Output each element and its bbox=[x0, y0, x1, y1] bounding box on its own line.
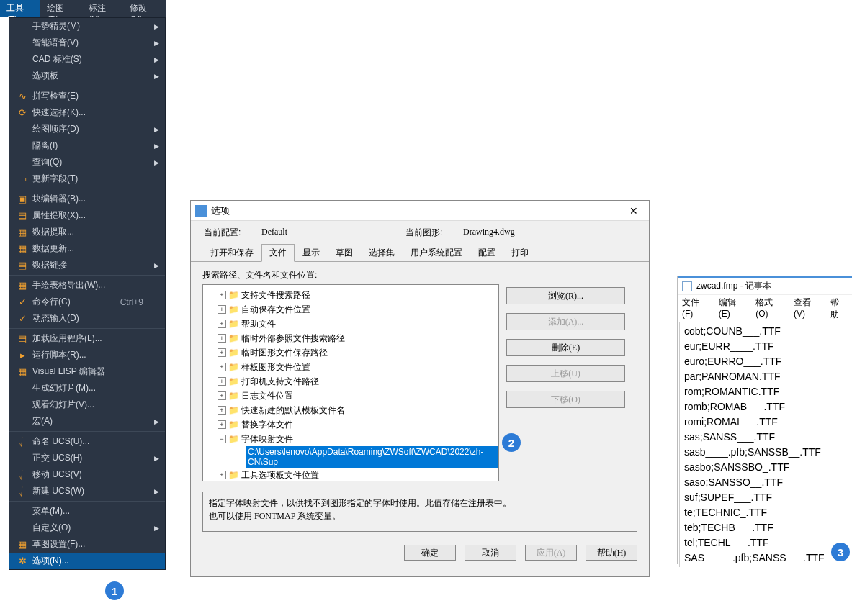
tree-node[interactable]: +📁临时图形文件保存路径 bbox=[203, 345, 498, 360]
menu-item-label: 隔离(I) bbox=[30, 140, 143, 152]
menu-item[interactable]: ✓ 命令行(C) Ctrl+9 bbox=[9, 294, 165, 310]
tree-node[interactable]: −📁字体映射文件 bbox=[203, 432, 498, 446]
section-label: 搜索路径、文件名和文件位置: bbox=[191, 262, 649, 284]
notepad-menu-item[interactable]: 帮助 bbox=[830, 296, 848, 321]
tab-item[interactable]: 文件 bbox=[261, 244, 295, 262]
menu-item[interactable]: ⎷ 新建 UCS(W) ▶ bbox=[9, 483, 165, 499]
tab-item[interactable]: 草图 bbox=[328, 244, 361, 262]
expand-icon[interactable]: + bbox=[218, 320, 226, 328]
menu-item[interactable]: ▦ 草图设置(F)... bbox=[9, 536, 165, 553]
expand-icon[interactable]: + bbox=[218, 348, 226, 357]
expand-icon[interactable]: + bbox=[218, 377, 226, 386]
notepad-window: zwcad.fmp - 记事本 文件(F)编辑(E)格式(O)查看(V)帮助 c… bbox=[677, 276, 852, 564]
expand-icon[interactable]: + bbox=[218, 291, 226, 299]
tree-selected-path[interactable]: C:\Users\lenovo\AppData\Roaming\ZWSoft\Z… bbox=[246, 446, 498, 468]
tab-item[interactable]: 打开和保存 bbox=[202, 244, 261, 262]
tree-node-label: 临时图形文件保存路径 bbox=[241, 347, 328, 359]
expand-icon[interactable]: + bbox=[218, 406, 226, 415]
menu-item-label: 数据链接 bbox=[30, 259, 143, 271]
menu-item[interactable]: ∿ 拼写检查(E) bbox=[9, 88, 165, 104]
folder-icon: 📁 bbox=[228, 434, 239, 444]
notepad-menu-item[interactable]: 格式(O) bbox=[755, 296, 785, 321]
menu-item[interactable]: 手势精灵(M) ▶ bbox=[9, 18, 165, 35]
tab-item[interactable]: 用户系统配置 bbox=[403, 244, 470, 262]
tree-node[interactable]: +📁帮助文件 bbox=[203, 317, 498, 331]
menu-item[interactable]: ▦ 数据提取... bbox=[9, 224, 165, 240]
tree-node[interactable]: +📁日志文件位置 bbox=[203, 389, 498, 403]
menu-item[interactable]: ⟳ 快速选择(K)... bbox=[9, 104, 165, 121]
menu-item[interactable]: 观看幻灯片(V)... bbox=[9, 397, 165, 413]
expand-icon[interactable]: − bbox=[218, 435, 226, 443]
menu-item-icon: ▦ bbox=[15, 539, 30, 550]
menu-item[interactable]: 隔离(I) ▶ bbox=[9, 137, 165, 154]
menu-item[interactable]: ▤ 加载应用程序(L)... bbox=[9, 330, 165, 347]
menu-item[interactable]: 生成幻灯片(M)... bbox=[9, 380, 165, 397]
menu-item[interactable]: 选项板 ▶ bbox=[9, 68, 165, 84]
notepad-menu-item[interactable]: 文件(F) bbox=[682, 296, 710, 321]
notepad-menu-item[interactable]: 查看(V) bbox=[794, 296, 822, 321]
tree-node[interactable]: +📁支持文件搜索路径 bbox=[203, 288, 498, 302]
tree-node[interactable]: +📁快速新建的默认模板文件名 bbox=[203, 403, 498, 417]
file-paths-tree[interactable]: +📁支持文件搜索路径+📁自动保存文件位置+📁帮助文件+📁临时外部参照文件搜索路径… bbox=[202, 284, 499, 481]
ok-button[interactable]: 确定 bbox=[404, 545, 456, 561]
menu-item-label: 绘图顺序(D) bbox=[30, 123, 143, 135]
tree-node[interactable]: +📁打印机支持文件路径 bbox=[203, 374, 498, 389]
tree-node[interactable]: +📁样板图形文件位置 bbox=[203, 360, 498, 374]
delete-button[interactable]: 删除(E) bbox=[506, 339, 625, 356]
help-button[interactable]: 帮助(H) bbox=[586, 545, 637, 561]
menu-draw[interactable]: 绘图(D) bbox=[40, 0, 82, 17]
expand-icon[interactable]: + bbox=[218, 391, 226, 400]
menu-item[interactable]: ⎷ 命名 UCS(U)... bbox=[9, 433, 165, 450]
tab-item[interactable]: 选择集 bbox=[361, 244, 403, 262]
menu-item[interactable]: CAD 标准(S) ▶ bbox=[9, 51, 165, 68]
expand-icon[interactable]: + bbox=[218, 420, 226, 429]
menu-item[interactable]: ▦ Visual LISP 编辑器 bbox=[9, 363, 165, 380]
tab-item[interactable]: 显示 bbox=[295, 244, 328, 262]
menu-modify[interactable]: 修改(M) bbox=[123, 0, 166, 17]
tree-node[interactable]: +📁自动保存文件位置 bbox=[203, 302, 498, 317]
menu-item[interactable]: ✓ 动态输入(D) bbox=[9, 310, 165, 327]
tree-node[interactable]: +📁工具选项板文件位置 bbox=[203, 468, 498, 481]
menu-item[interactable]: ⎷ 移动 UCS(V) bbox=[9, 466, 165, 483]
menu-item-label: 运行脚本(R)... bbox=[30, 349, 143, 361]
notepad-titlebar: zwcad.fmp - 记事本 bbox=[678, 276, 852, 295]
menu-item[interactable]: ✲ 选项(N)... bbox=[9, 553, 165, 569]
menu-item[interactable]: 自定义(O) ▶ bbox=[9, 520, 165, 536]
expand-icon[interactable]: + bbox=[218, 305, 226, 314]
expand-icon[interactable]: + bbox=[218, 471, 226, 479]
menu-item[interactable]: 宏(A) ▶ bbox=[9, 413, 165, 430]
info-row: 当前配置: Default 当前图形: Drawing4.dwg bbox=[191, 221, 649, 242]
menu-item[interactable]: 绘图顺序(D) ▶ bbox=[9, 121, 165, 137]
tab-item[interactable]: 打印 bbox=[503, 244, 537, 262]
menu-item[interactable]: 智能语音(V) ▶ bbox=[9, 35, 165, 51]
menu-item[interactable]: ▦ 数据更新... bbox=[9, 240, 165, 257]
menu-item-label: CAD 标准(S) bbox=[30, 53, 143, 65]
menu-annotate[interactable]: 标注(N) bbox=[82, 0, 124, 17]
menu-item[interactable]: ▦ 手绘表格导出(W)... bbox=[9, 277, 165, 294]
tab-item[interactable]: 配置 bbox=[470, 244, 503, 262]
tree-node-label: 日志文件位置 bbox=[241, 390, 293, 402]
menu-item[interactable]: 正交 UCS(H) ▶ bbox=[9, 450, 165, 466]
menu-item[interactable]: 查询(Q) ▶ bbox=[9, 154, 165, 171]
menu-item-icon: ▦ bbox=[15, 243, 30, 254]
menu-item-label: 移动 UCS(V) bbox=[30, 468, 143, 481]
tree-node[interactable]: +📁替换字体文件 bbox=[203, 417, 498, 432]
menu-item[interactable]: ▤ 属性提取(X)... bbox=[9, 207, 165, 224]
expand-icon[interactable]: + bbox=[218, 334, 226, 343]
menu-item[interactable]: ▤ 数据链接 ▶ bbox=[9, 257, 165, 273]
menu-item[interactable]: ▭ 更新字段(T) bbox=[9, 171, 165, 187]
menu-item[interactable]: ▣ 块编辑器(B)... bbox=[9, 191, 165, 207]
expand-icon[interactable]: + bbox=[218, 363, 226, 371]
menu-tools[interactable]: 工具(T) bbox=[0, 0, 40, 17]
notepad-line: te;TECHNIC_.TTF bbox=[684, 505, 848, 520]
submenu-arrow-icon: ▶ bbox=[152, 455, 159, 462]
folder-icon: 📁 bbox=[228, 333, 239, 343]
notepad-body[interactable]: cobt;COUNB___.TTFeur;EURR____.TTFeuro;EU… bbox=[679, 322, 852, 567]
browse-button[interactable]: 浏览(R)... bbox=[506, 287, 625, 304]
menu-item[interactable]: ▸ 运行脚本(R)... bbox=[9, 347, 165, 363]
notepad-menu-item[interactable]: 编辑(E) bbox=[719, 296, 747, 321]
tree-node[interactable]: +📁临时外部参照文件搜索路径 bbox=[203, 331, 498, 345]
cancel-button[interactable]: 取消 bbox=[465, 545, 516, 561]
menu-item[interactable]: 菜单(M)... bbox=[9, 503, 165, 520]
close-icon[interactable]: ✕ bbox=[623, 203, 645, 219]
